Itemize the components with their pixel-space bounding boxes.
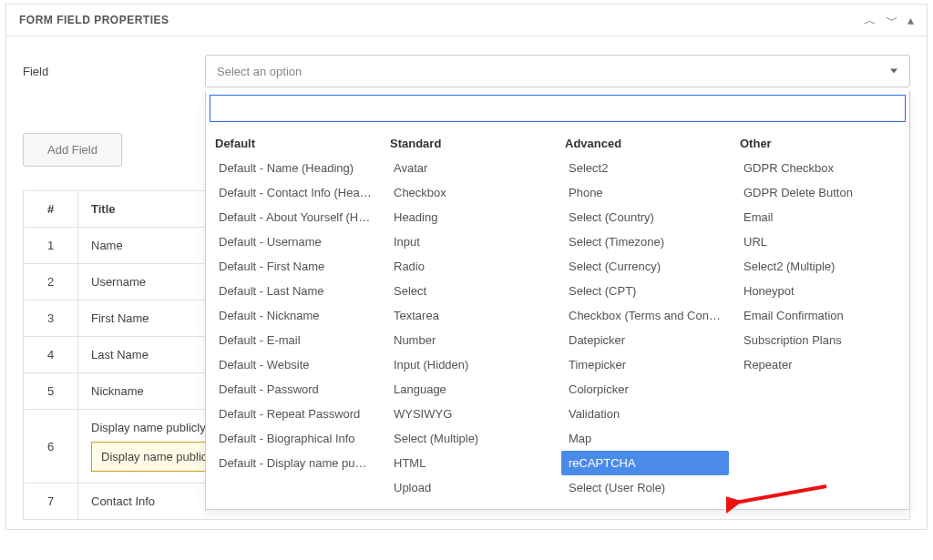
dropdown-option[interactable]: Default - Nickname <box>211 303 379 328</box>
dropdown-option[interactable]: Phone <box>561 180 729 205</box>
dropdown-option[interactable]: Input (Hidden) <box>386 352 554 377</box>
dropdown-columns: DefaultDefault - Name (Heading)Default -… <box>206 127 909 504</box>
dropdown-option[interactable]: Select (Currency) <box>561 254 729 279</box>
dropdown-option[interactable]: reCAPTCHA <box>561 451 729 475</box>
dropdown-group-advanced: AdvancedSelect2PhoneSelect (Country)Sele… <box>561 131 729 500</box>
dropdown-option[interactable]: Colorpicker <box>561 377 729 402</box>
dropdown-search-input[interactable] <box>210 95 906 122</box>
panel-controls: ︿ ﹀ ▴ <box>864 14 914 26</box>
dropdown-option[interactable]: Default - Password <box>211 377 379 402</box>
dropdown-option[interactable]: URL <box>736 229 904 254</box>
row-number: 4 <box>24 337 78 373</box>
dropdown-option[interactable]: Checkbox (Terms and Conditions) <box>561 303 729 328</box>
dropdown-option[interactable]: Number <box>386 328 554 352</box>
dropdown-option[interactable]: Datepicker <box>561 328 729 352</box>
row-number: 7 <box>24 484 78 520</box>
dropdown-option[interactable]: Timepicker <box>561 352 729 377</box>
dropdown-option[interactable]: Select2 (Multiple) <box>736 254 904 279</box>
row-number: 3 <box>24 300 78 337</box>
dropdown-option[interactable]: Select (Timezone) <box>561 229 729 254</box>
add-field-button[interactable]: Add Field <box>23 133 122 167</box>
dropdown-option[interactable]: Validation <box>561 402 729 426</box>
field-dropdown: DefaultDefault - Name (Heading)Default -… <box>205 91 910 510</box>
row-number: 1 <box>24 228 78 264</box>
dropdown-group-header: Other <box>736 131 904 156</box>
dropdown-option[interactable]: Select <box>386 279 554 303</box>
dropdown-option[interactable]: Subscription Plans <box>736 328 904 352</box>
dropdown-option[interactable]: Map <box>561 426 729 451</box>
dropdown-option[interactable]: Radio <box>386 254 554 279</box>
dropdown-option[interactable]: Email <box>736 205 904 229</box>
form-field-properties-panel: FORM FIELD PROPERTIES ︿ ﹀ ▴ Field Select… <box>5 4 928 530</box>
dropdown-group-default: DefaultDefault - Name (Heading)Default -… <box>211 131 379 500</box>
dropdown-search-wrap <box>206 91 909 127</box>
chevron-down-icon[interactable]: ﹀ <box>886 14 898 26</box>
panel-body: Field Select an option DefaultDefault - … <box>6 36 927 529</box>
chevron-down-icon <box>890 69 897 74</box>
dropdown-group-header: Default <box>211 131 379 156</box>
field-row: Field Select an option DefaultDefault - … <box>23 55 910 87</box>
field-select[interactable]: Select an option <box>205 55 910 87</box>
dropdown-option[interactable]: Select2 <box>561 156 729 180</box>
dropdown-option[interactable]: WYSIWYG <box>386 402 554 426</box>
dropdown-option[interactable]: Email Confirmation <box>736 303 904 328</box>
row-number: 5 <box>24 373 78 410</box>
dropdown-option[interactable]: Select (CPT) <box>561 279 729 303</box>
row-number: 2 <box>24 264 78 300</box>
dropdown-option[interactable]: Default - First Name <box>211 254 379 279</box>
dropdown-option[interactable]: Repeater <box>736 352 904 377</box>
dropdown-option[interactable]: Default - About Yourself (Heading) <box>211 205 379 229</box>
dropdown-group-header: Standard <box>386 131 554 156</box>
dropdown-option[interactable]: Checkbox <box>386 180 554 205</box>
chevron-up-icon[interactable]: ︿ <box>864 14 877 26</box>
dropdown-group-header: Advanced <box>561 131 729 156</box>
dropdown-option[interactable]: GDPR Delete Button <box>736 180 904 205</box>
dropdown-group-other: OtherGDPR CheckboxGDPR Delete ButtonEmai… <box>736 131 904 500</box>
dropdown-option[interactable]: Select (Multiple) <box>386 426 554 451</box>
collapse-triangle-icon[interactable]: ▴ <box>907 14 914 26</box>
dropdown-option[interactable]: Upload <box>386 475 554 500</box>
dropdown-option[interactable]: Select (User Role) <box>561 475 729 500</box>
dropdown-option[interactable]: Heading <box>386 205 554 229</box>
dropdown-option[interactable]: Avatar <box>386 156 554 180</box>
dropdown-option[interactable]: Default - E-mail <box>211 328 379 352</box>
dropdown-option[interactable]: Select (Country) <box>561 205 729 229</box>
dropdown-option[interactable]: Default - Name (Heading) <box>211 156 379 180</box>
dropdown-option[interactable]: Default - Repeat Password <box>211 402 379 426</box>
dropdown-option[interactable]: Textarea <box>386 303 554 328</box>
dropdown-option[interactable]: Default - Website <box>211 352 379 377</box>
field-label: Field <box>23 65 187 78</box>
dropdown-option[interactable]: Honeypot <box>736 279 904 303</box>
col-header-num: # <box>24 191 78 228</box>
dropdown-option[interactable]: Default - Biographical Info <box>211 426 379 451</box>
row-number: 6 <box>24 410 78 484</box>
dropdown-option[interactable]: HTML <box>386 451 554 475</box>
dropdown-group-standard: StandardAvatarCheckboxHeadingInputRadioS… <box>386 131 554 500</box>
field-select-placeholder: Select an option <box>217 65 302 78</box>
dropdown-option[interactable]: GDPR Checkbox <box>736 156 904 180</box>
dropdown-option[interactable]: Default - Username <box>211 229 379 254</box>
dropdown-option[interactable]: Input <box>386 229 554 254</box>
dropdown-option[interactable]: Default - Last Name <box>211 279 379 303</box>
panel-title: FORM FIELD PROPERTIES <box>19 14 169 26</box>
panel-header: FORM FIELD PROPERTIES ︿ ﹀ ▴ <box>6 5 927 36</box>
dropdown-option[interactable]: Language <box>386 377 554 402</box>
field-select-wrap: Select an option DefaultDefault - Name (… <box>205 55 910 87</box>
dropdown-option[interactable]: Default - Display name publicly as <box>211 451 379 475</box>
dropdown-option[interactable]: Default - Contact Info (Heading) <box>211 180 379 205</box>
